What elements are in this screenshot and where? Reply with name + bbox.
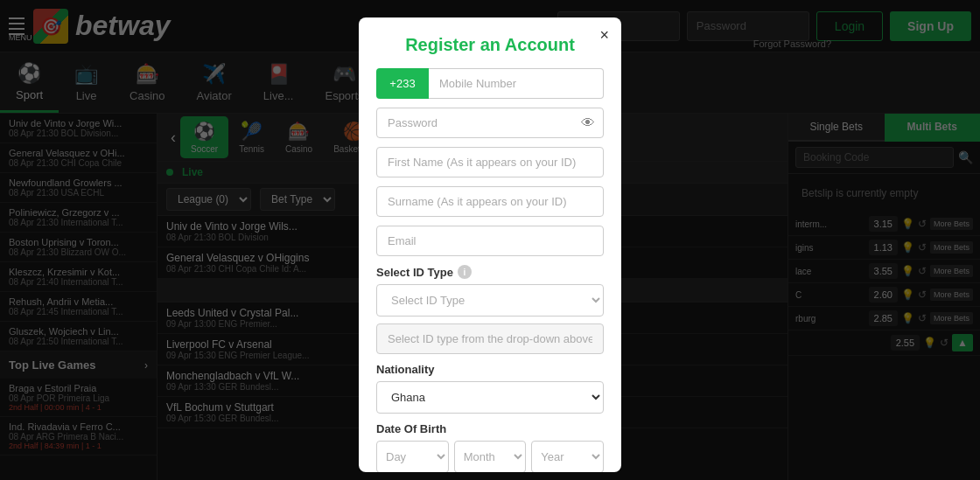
dob-field: Date Of Birth Day Month Year: [376, 422, 604, 472]
modal-overlay: × Register an Account +233 👁: [0, 0, 980, 480]
id-sub-input: [376, 323, 604, 354]
nationality-field: Nationality Ghana: [376, 363, 604, 414]
phone-field: +233: [376, 68, 604, 99]
select-id-label: Select ID Type i: [376, 265, 604, 279]
country-code-button[interactable]: +233: [376, 68, 429, 99]
firstname-input[interactable]: [376, 147, 604, 177]
mobile-input[interactable]: [429, 68, 604, 99]
email-field: [376, 226, 604, 256]
select-id-section: Select ID Type i Select ID Type: [376, 265, 604, 354]
nationality-select[interactable]: Ghana: [376, 381, 604, 414]
email-input[interactable]: [376, 226, 604, 256]
select-id-dropdown[interactable]: Select ID Type: [376, 284, 604, 317]
dob-day-select[interactable]: Day: [376, 441, 449, 472]
modal-title: Register an Account: [376, 35, 604, 55]
nationality-label: Nationality: [376, 363, 604, 376]
firstname-field: [376, 147, 604, 177]
modal-close-button[interactable]: ×: [599, 26, 609, 45]
password-input-modal[interactable]: [376, 108, 604, 138]
info-icon[interactable]: i: [458, 265, 472, 279]
dob-year-select[interactable]: Year: [531, 441, 604, 472]
dob-row: Day Month Year: [376, 441, 604, 472]
surname-field: [376, 186, 604, 217]
dob-month-select[interactable]: Month: [454, 441, 527, 472]
dob-label: Date Of Birth: [376, 422, 604, 435]
surname-input[interactable]: [376, 186, 604, 217]
eye-icon[interactable]: 👁: [581, 115, 595, 131]
register-modal: × Register an Account +233 👁: [359, 17, 621, 472]
password-field: 👁: [376, 108, 604, 138]
